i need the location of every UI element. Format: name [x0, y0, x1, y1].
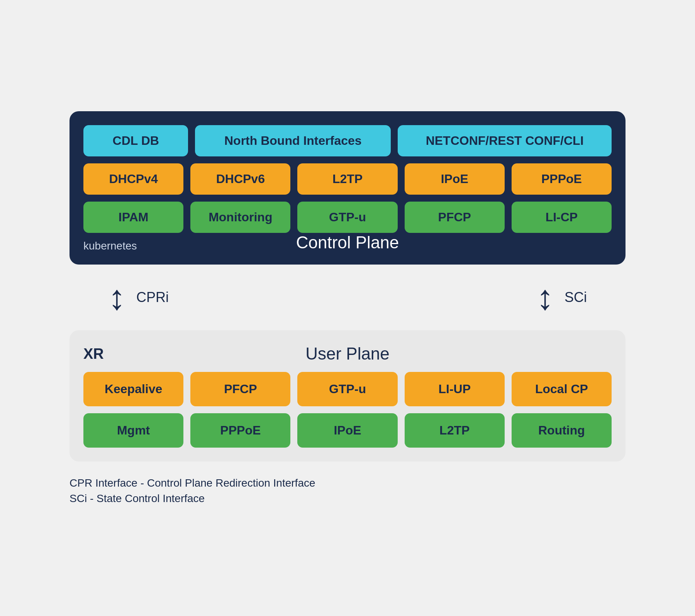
cp-footer: kubernetes Control Plane	[83, 240, 612, 254]
up-tile-mgmt: Mgmt	[83, 413, 183, 448]
sci-label: SCi	[564, 289, 587, 305]
cp-row-1: CDL DB North Bound Interfaces NETCONF/RE…	[83, 125, 612, 156]
cp-tile-dhcpv6: DHCPv6	[190, 163, 290, 195]
cp-tile-dhcpv4: DHCPv4	[83, 163, 183, 195]
cpri-arrow-group: ↕ CPRi	[108, 280, 169, 315]
up-tile-ipoe: IPoE	[297, 413, 397, 448]
cp-tile-ipam: IPAM	[83, 202, 183, 233]
cpri-label: CPRi	[136, 289, 169, 305]
main-container: CDL DB North Bound Interfaces NETCONF/RE…	[39, 88, 656, 528]
cp-tile-pfcp: PFCP	[405, 202, 505, 233]
control-plane-title: Control Plane	[296, 233, 399, 252]
cp-row-3: IPAM Monitoring GTP-u PFCP LI-CP	[83, 202, 612, 233]
cp-tile-ipoe: IPoE	[405, 163, 505, 195]
user-plane-box: XR User Plane Keepalive PFCP GTP-u LI-UP…	[70, 330, 626, 462]
cp-tile-l2tp: L2TP	[297, 163, 397, 195]
legend: CPR Interface - Control Plane Redirectio…	[70, 477, 626, 505]
control-plane-box: CDL DB North Bound Interfaces NETCONF/RE…	[70, 111, 626, 265]
cp-tile-li-cp: LI-CP	[512, 202, 612, 233]
up-row-2: Mgmt PPPoE IPoE L2TP Routing	[83, 413, 612, 448]
cpri-arrow-icon: ↕	[108, 280, 125, 315]
cp-tile-cdl-db: CDL DB	[83, 125, 188, 156]
up-tile-keepalive: Keepalive	[83, 372, 183, 406]
xr-label: XR	[83, 346, 104, 362]
cp-tile-netconf: NETCONF/REST CONF/CLI	[398, 125, 612, 156]
sci-arrow-group: ↕ SCi	[536, 280, 587, 315]
cp-tile-gtp-u: GTP-u	[297, 202, 397, 233]
legend-line-1: CPR Interface - Control Plane Redirectio…	[70, 477, 626, 489]
cp-tile-north-bound: North Bound Interfaces	[195, 125, 391, 156]
sci-arrow-icon: ↕	[536, 280, 554, 315]
up-tile-local-cp: Local CP	[512, 372, 612, 406]
up-tile-pfcp: PFCP	[190, 372, 290, 406]
user-plane-title: User Plane	[305, 344, 390, 363]
cp-tile-pppoe: PPPoE	[512, 163, 612, 195]
cp-row-2: DHCPv4 DHCPv6 L2TP IPoE PPPoE	[83, 163, 612, 195]
up-tile-gtp-u: GTP-u	[297, 372, 397, 406]
up-row-1: Keepalive PFCP GTP-u LI-UP Local CP	[83, 372, 612, 406]
kubernetes-label: kubernetes	[83, 240, 137, 252]
up-tile-pppoe: PPPoE	[190, 413, 290, 448]
arrows-section: ↕ CPRi ↕ SCi	[70, 265, 626, 330]
up-tile-routing: Routing	[512, 413, 612, 448]
up-tile-l2tp: L2TP	[405, 413, 505, 448]
up-tile-li-up: LI-UP	[405, 372, 505, 406]
up-header: XR User Plane	[83, 344, 612, 363]
cp-tile-monitoring: Monitoring	[190, 202, 290, 233]
legend-line-2: SCi - State Control Interface	[70, 492, 626, 505]
